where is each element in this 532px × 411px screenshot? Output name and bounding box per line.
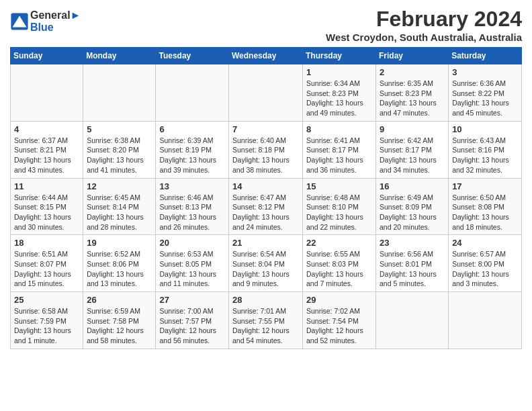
day-info: Sunrise: 6:48 AM Sunset: 8:10 PM Dayligh… [306, 193, 372, 232]
calendar-cell [229, 64, 303, 122]
calendar-cell: 13Sunrise: 6:46 AM Sunset: 8:13 PM Dayli… [156, 178, 229, 235]
day-number: 14 [232, 181, 299, 191]
logo-icon [10, 12, 29, 31]
calendar-cell: 2Sunrise: 6:35 AM Sunset: 8:23 PM Daylig… [376, 64, 449, 122]
day-info: Sunrise: 6:53 AM Sunset: 8:05 PM Dayligh… [159, 249, 225, 289]
day-info: Sunrise: 6:46 AM Sunset: 8:13 PM Dayligh… [159, 193, 225, 232]
day-number: 13 [159, 181, 225, 191]
day-info: Sunrise: 6:36 AM Sunset: 8:22 PM Dayligh… [452, 79, 518, 118]
calendar-cell: 23Sunrise: 6:56 AM Sunset: 8:01 PM Dayli… [376, 235, 449, 292]
calendar-cell: 19Sunrise: 6:52 AM Sunset: 8:06 PM Dayli… [83, 235, 156, 292]
weekday-header-monday: Monday [83, 48, 156, 64]
day-info: Sunrise: 6:45 AM Sunset: 8:14 PM Dayligh… [87, 193, 152, 232]
day-number: 9 [380, 124, 445, 134]
calendar-cell: 4Sunrise: 6:37 AM Sunset: 8:21 PM Daylig… [11, 121, 83, 178]
day-info: Sunrise: 6:44 AM Sunset: 8:15 PM Dayligh… [14, 193, 79, 232]
day-info: Sunrise: 6:41 AM Sunset: 8:17 PM Dayligh… [306, 136, 372, 175]
calendar-cell: 24Sunrise: 6:57 AM Sunset: 8:00 PM Dayli… [449, 235, 522, 292]
day-info: Sunrise: 6:49 AM Sunset: 8:09 PM Dayligh… [380, 193, 445, 232]
weekday-header-wednesday: Wednesday [229, 48, 303, 64]
calendar-cell: 27Sunrise: 7:00 AM Sunset: 7:57 PM Dayli… [156, 292, 229, 349]
calendar-cell: 28Sunrise: 7:01 AM Sunset: 7:55 PM Dayli… [229, 292, 303, 349]
calendar-cell [156, 64, 229, 122]
day-number: 23 [380, 238, 445, 248]
weekday-header-saturday: Saturday [449, 48, 522, 64]
day-number: 15 [306, 181, 372, 191]
day-number: 27 [159, 295, 225, 305]
day-number: 20 [159, 238, 225, 248]
weekday-header-friday: Friday [376, 48, 449, 64]
day-info: Sunrise: 6:38 AM Sunset: 8:20 PM Dayligh… [87, 136, 152, 175]
day-number: 10 [452, 124, 518, 134]
calendar-cell: 5Sunrise: 6:38 AM Sunset: 8:20 PM Daylig… [83, 121, 156, 178]
day-info: Sunrise: 6:55 AM Sunset: 8:03 PM Dayligh… [306, 249, 372, 289]
day-number: 26 [87, 295, 152, 305]
calendar-cell: 9Sunrise: 6:42 AM Sunset: 8:17 PM Daylig… [376, 121, 449, 178]
day-number: 5 [87, 124, 152, 134]
day-number: 18 [14, 238, 79, 248]
day-info: Sunrise: 6:34 AM Sunset: 8:23 PM Dayligh… [306, 79, 372, 118]
calendar-cell: 14Sunrise: 6:47 AM Sunset: 8:12 PM Dayli… [229, 178, 303, 235]
calendar-cell: 25Sunrise: 6:58 AM Sunset: 7:59 PM Dayli… [11, 292, 83, 349]
calendar-cell: 20Sunrise: 6:53 AM Sunset: 8:05 PM Dayli… [156, 235, 229, 292]
calendar-cell: 1Sunrise: 6:34 AM Sunset: 8:23 PM Daylig… [303, 64, 376, 122]
day-number: 7 [232, 124, 299, 134]
day-number: 12 [87, 181, 152, 191]
calendar-cell [449, 292, 522, 349]
day-info: Sunrise: 6:51 AM Sunset: 8:07 PM Dayligh… [14, 249, 79, 289]
day-number: 29 [306, 295, 372, 305]
weekday-header-tuesday: Tuesday [156, 48, 229, 64]
day-number: 17 [452, 181, 518, 191]
day-number: 24 [452, 238, 518, 248]
calendar-cell: 11Sunrise: 6:44 AM Sunset: 8:15 PM Dayli… [11, 178, 83, 235]
day-number: 1 [306, 67, 372, 77]
day-info: Sunrise: 6:35 AM Sunset: 8:23 PM Dayligh… [380, 79, 445, 118]
calendar-cell [83, 64, 156, 122]
calendar-week-5: 25Sunrise: 6:58 AM Sunset: 7:59 PM Dayli… [11, 292, 522, 349]
weekday-header-thursday: Thursday [303, 48, 376, 64]
day-number: 3 [452, 67, 518, 77]
header: General► Blue February 2024 West Croydon… [10, 7, 522, 43]
day-number: 19 [87, 238, 152, 248]
day-info: Sunrise: 6:50 AM Sunset: 8:08 PM Dayligh… [452, 193, 518, 232]
calendar-cell [11, 64, 83, 122]
calendar-cell: 21Sunrise: 6:54 AM Sunset: 8:04 PM Dayli… [229, 235, 303, 292]
calendar-cell: 10Sunrise: 6:43 AM Sunset: 8:16 PM Dayli… [449, 121, 522, 178]
calendar-cell [376, 292, 449, 349]
calendar-cell: 6Sunrise: 6:39 AM Sunset: 8:19 PM Daylig… [156, 121, 229, 178]
calendar-cell: 17Sunrise: 6:50 AM Sunset: 8:08 PM Dayli… [449, 178, 522, 235]
calendar-cell: 8Sunrise: 6:41 AM Sunset: 8:17 PM Daylig… [303, 121, 376, 178]
calendar-cell: 16Sunrise: 6:49 AM Sunset: 8:09 PM Dayli… [376, 178, 449, 235]
day-info: Sunrise: 7:01 AM Sunset: 7:55 PM Dayligh… [232, 306, 299, 346]
day-info: Sunrise: 7:00 AM Sunset: 7:57 PM Dayligh… [159, 306, 225, 346]
calendar-cell: 18Sunrise: 6:51 AM Sunset: 8:07 PM Dayli… [11, 235, 83, 292]
calendar-cell: 15Sunrise: 6:48 AM Sunset: 8:10 PM Dayli… [303, 178, 376, 235]
day-number: 22 [306, 238, 372, 248]
calendar-table: SundayMondayTuesdayWednesdayThursdayFrid… [10, 47, 522, 349]
day-number: 28 [232, 295, 299, 305]
calendar-week-2: 4Sunrise: 6:37 AM Sunset: 8:21 PM Daylig… [11, 121, 522, 178]
weekday-header-sunday: Sunday [11, 48, 83, 64]
location: West Croydon, South Australia, Australia [326, 32, 522, 43]
day-info: Sunrise: 6:37 AM Sunset: 8:21 PM Dayligh… [14, 136, 79, 175]
calendar-cell: 22Sunrise: 6:55 AM Sunset: 8:03 PM Dayli… [303, 235, 376, 292]
day-info: Sunrise: 6:59 AM Sunset: 7:58 PM Dayligh… [87, 306, 152, 346]
day-number: 16 [380, 181, 445, 191]
day-number: 8 [306, 124, 372, 134]
day-info: Sunrise: 6:54 AM Sunset: 8:04 PM Dayligh… [232, 249, 299, 289]
day-number: 11 [14, 181, 79, 191]
day-number: 2 [380, 67, 445, 77]
day-number: 25 [14, 295, 79, 305]
calendar-cell: 12Sunrise: 6:45 AM Sunset: 8:14 PM Dayli… [83, 178, 156, 235]
day-info: Sunrise: 6:58 AM Sunset: 7:59 PM Dayligh… [14, 306, 79, 346]
day-number: 4 [14, 124, 79, 134]
calendar-cell: 7Sunrise: 6:40 AM Sunset: 8:18 PM Daylig… [229, 121, 303, 178]
day-info: Sunrise: 6:40 AM Sunset: 8:18 PM Dayligh… [232, 136, 299, 175]
day-info: Sunrise: 6:52 AM Sunset: 8:06 PM Dayligh… [87, 249, 152, 289]
day-info: Sunrise: 6:43 AM Sunset: 8:16 PM Dayligh… [452, 136, 518, 175]
day-info: Sunrise: 6:39 AM Sunset: 8:19 PM Dayligh… [159, 136, 225, 175]
month-year: February 2024 [326, 7, 522, 32]
day-number: 21 [232, 238, 299, 248]
day-info: Sunrise: 6:42 AM Sunset: 8:17 PM Dayligh… [380, 136, 445, 175]
title-area: February 2024 West Croydon, South Austra… [326, 7, 522, 43]
